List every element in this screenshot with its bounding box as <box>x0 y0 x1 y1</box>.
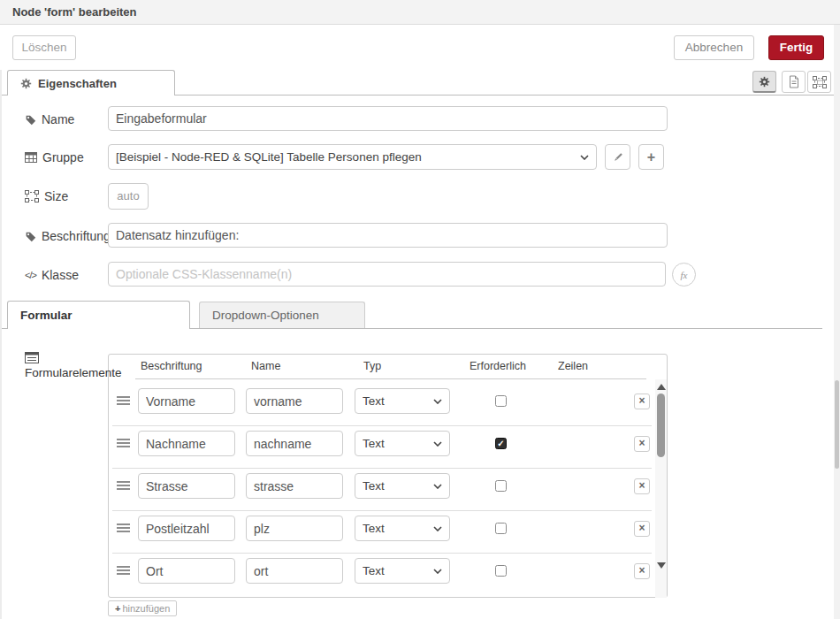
element-name-input[interactable] <box>246 516 343 541</box>
name-field-label: Name <box>25 112 74 126</box>
element-name-input[interactable] <box>246 473 343 499</box>
element-type-value: Text <box>363 522 433 535</box>
chevron-down-icon <box>433 399 442 404</box>
row-separator <box>112 510 652 511</box>
element-label-input[interactable] <box>138 558 235 584</box>
element-type-select[interactable]: Text <box>355 388 450 414</box>
add-group-button[interactable]: + <box>638 144 664 170</box>
page-scrollbar-track[interactable] <box>834 25 840 619</box>
appearance-button[interactable] <box>807 71 831 93</box>
required-checkbox[interactable] <box>495 395 507 407</box>
column-header-name: Name <box>251 360 280 372</box>
object-group-icon <box>813 76 827 88</box>
caption-input[interactable] <box>108 223 668 248</box>
page-scrollbar-thumb[interactable] <box>835 380 839 469</box>
code-icon: </> <box>25 270 36 280</box>
dialog-left-edge <box>0 70 2 619</box>
drag-handle[interactable] <box>117 566 130 577</box>
tab-eigenschaften[interactable]: Eigenschaften <box>7 70 175 96</box>
row-separator <box>112 425 652 426</box>
gear-icon <box>20 78 32 89</box>
row-separator <box>112 468 652 469</box>
edit-group-button[interactable] <box>605 144 630 170</box>
size-auto-button[interactable]: auto <box>108 183 149 210</box>
chevron-down-icon <box>433 526 442 531</box>
chevron-down-icon <box>433 484 442 489</box>
element-type-select[interactable]: Text <box>355 558 450 584</box>
element-type-value: Text <box>363 564 433 577</box>
column-header-beschriftung: Beschriftung <box>141 360 202 372</box>
column-header-zeilen: Zeilen <box>558 360 588 372</box>
element-type-value: Text <box>363 437 433 450</box>
plus-icon: + <box>647 151 655 164</box>
element-label-input[interactable] <box>138 473 235 499</box>
element-name-input[interactable] <box>246 558 343 584</box>
scroll-up-icon[interactable] <box>657 384 666 390</box>
pencil-icon <box>612 151 624 164</box>
element-label-input[interactable] <box>138 516 235 541</box>
remove-row-button[interactable]: × <box>634 478 650 494</box>
object-group-icon <box>25 190 39 203</box>
header-divider <box>135 378 646 379</box>
column-header-erforderlich: Erforderlich <box>470 360 526 372</box>
element-type-value: Text <box>363 394 433 408</box>
size-field-label: Size <box>25 189 68 203</box>
class-field-label: </> Klasse <box>25 268 79 282</box>
class-input[interactable] <box>108 262 666 287</box>
drag-handle[interactable] <box>117 523 130 534</box>
chevron-down-icon <box>433 569 442 574</box>
element-type-select[interactable]: Text <box>355 473 450 499</box>
tag-icon <box>25 231 36 242</box>
list-icon <box>25 352 39 363</box>
chevron-down-icon <box>433 441 442 447</box>
required-checkbox[interactable] <box>495 480 507 492</box>
element-name-input[interactable] <box>246 388 343 414</box>
tab-dropdown-optionen[interactable]: Dropdown-Optionen <box>199 302 365 328</box>
tag-icon <box>25 114 36 126</box>
remove-row-button[interactable]: × <box>634 521 650 537</box>
drag-handle[interactable] <box>117 439 130 449</box>
element-type-select[interactable]: Text <box>355 516 450 541</box>
group-select[interactable]: [Beispiel - Node-RED & SQLite] Tabelle P… <box>108 144 597 170</box>
remove-row-button[interactable]: × <box>634 563 650 579</box>
drag-handle[interactable] <box>117 481 130 492</box>
delete-button[interactable]: Löschen <box>12 35 76 60</box>
element-label-input[interactable] <box>138 388 235 414</box>
document-icon <box>788 75 800 88</box>
dialog-title: Node 'form' bearbeiten <box>0 0 840 25</box>
description-button[interactable] <box>782 71 806 93</box>
name-input[interactable] <box>108 106 668 131</box>
required-checkbox[interactable] <box>495 523 507 534</box>
element-label-input[interactable] <box>138 431 235 456</box>
tab-formular[interactable]: Formular <box>7 301 190 329</box>
required-checkbox[interactable]: ✓ <box>495 438 507 449</box>
scroll-down-icon[interactable] <box>657 562 666 569</box>
element-type-select[interactable]: Text <box>355 431 450 456</box>
list-scrollbar-thumb[interactable] <box>657 394 665 457</box>
form-elements-list: Beschriftung Name Typ Erforderlich Zeile… <box>108 354 668 598</box>
table-icon <box>25 152 37 163</box>
element-name-input[interactable] <box>246 431 343 456</box>
fx-expression-button[interactable]: fx <box>672 263 696 287</box>
form-elements-label: Formularelemente <box>25 366 122 379</box>
plus-icon: + <box>115 603 120 614</box>
tab-eigenschaften-label: Eigenschaften <box>38 77 117 90</box>
properties-toggle-button[interactable] <box>752 71 776 93</box>
drag-handle[interactable] <box>117 396 130 407</box>
add-element-button[interactable]: +hinzufügen <box>108 600 177 616</box>
column-header-typ: Typ <box>363 360 381 372</box>
gear-icon <box>759 76 770 88</box>
cancel-button[interactable]: Abbrechen <box>674 35 754 60</box>
row-separator <box>112 553 652 554</box>
remove-row-button[interactable]: × <box>634 436 650 452</box>
caption-field-label: Beschriftung <box>25 229 111 243</box>
done-button[interactable]: Fertig <box>768 35 824 60</box>
remove-row-button[interactable]: × <box>634 394 650 409</box>
required-checkbox[interactable] <box>495 565 507 577</box>
group-select-value: [Beispiel - Node-RED & SQLite] Tabelle P… <box>116 150 580 164</box>
element-type-value: Text <box>363 479 433 493</box>
group-field-label: Gruppe <box>25 150 84 164</box>
chevron-down-icon <box>580 155 589 160</box>
